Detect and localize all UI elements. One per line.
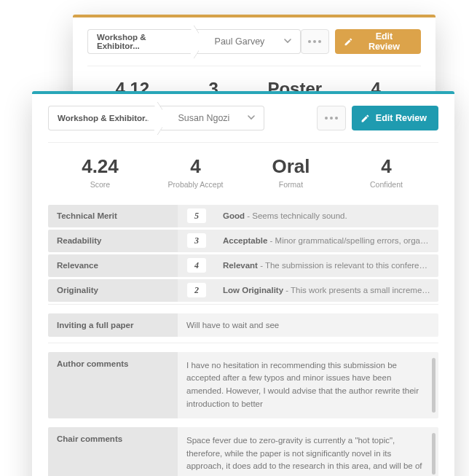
stats-row: 4.24Score 4Probably Accept OralFormat 4C… <box>48 143 438 195</box>
rubric-row: Relevance 4 Relevant - The submission is… <box>48 254 438 277</box>
edit-review-button[interactable]: Edit Review <box>335 29 421 54</box>
stat-format: OralFormat <box>243 156 339 189</box>
reviewer-select[interactable]: Paul Garvey <box>199 29 301 54</box>
breadcrumb-track[interactable]: Workshop & Exhibitor... <box>48 106 162 130</box>
rubric-row: Readability 3 Acceptable - Minor grammat… <box>48 230 438 252</box>
more-button[interactable] <box>317 106 346 130</box>
breadcrumb-track[interactable]: Workshop & Exhibitor... <box>87 29 199 54</box>
rubric-row: Originality 2 Low Originality - This wor… <box>48 279 438 302</box>
pencil-icon <box>360 114 370 123</box>
reviewer-name: Paul Garvey <box>215 36 265 47</box>
rubric-score: 2 <box>187 283 206 297</box>
stat-rec: 4Probably Accept <box>148 156 243 189</box>
more-button[interactable] <box>301 29 330 54</box>
pencil-icon <box>344 37 353 47</box>
author-comments-row: Author comments I have no hesitation in … <box>48 352 438 418</box>
chair-comments-row: Chair comments Space fever due to zero-g… <box>48 427 438 476</box>
chevron-down-icon <box>248 113 255 123</box>
rubric-table: Technical Merit 5 Good - Seems technical… <box>48 205 438 305</box>
breadcrumb: Workshop & Exhibitor... Paul Garvey <box>87 29 301 54</box>
author-comments[interactable]: I have no hesitation in recommending thi… <box>178 352 438 418</box>
header: Workshop & Exhibitor... Susan Ngozi Edit… <box>48 106 438 143</box>
edit-review-button[interactable]: Edit Review <box>352 106 438 130</box>
full-paper-row: Inviting a full paper Will have to wait … <box>48 313 438 337</box>
rubric-score: 4 <box>187 258 206 273</box>
reviewer-name: Susan Ngozi <box>178 113 230 123</box>
breadcrumb: Workshop & Exhibitor... Susan Ngozi <box>48 106 264 130</box>
full-paper-value: Will have to wait and see <box>178 313 438 337</box>
review-card-front: Workshop & Exhibitor... Susan Ngozi Edit… <box>32 91 454 476</box>
rubric-score: 3 <box>187 233 206 248</box>
reviewer-select[interactable]: Susan Ngozi <box>162 106 264 130</box>
header: Workshop & Exhibitor... Paul Garvey Edit… <box>87 29 421 66</box>
stat-conf: 4Confident <box>339 156 434 189</box>
rubric-score: 5 <box>187 208 206 223</box>
chair-comments[interactable]: Space fever due to zero-gravity is curre… <box>178 427 438 476</box>
rubric-row: Technical Merit 5 Good - Seems technical… <box>48 205 438 227</box>
stat-score: 4.24Score <box>52 156 148 189</box>
chevron-down-icon <box>284 36 291 47</box>
